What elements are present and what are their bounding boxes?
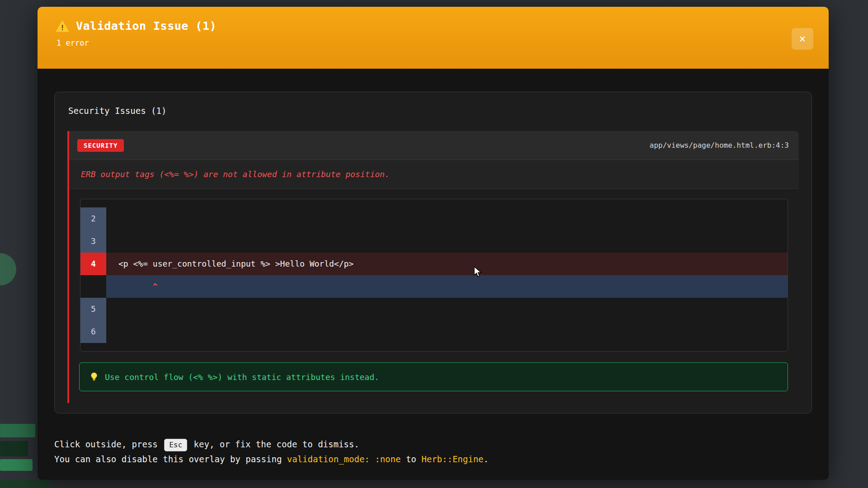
- line-number: 6: [80, 320, 106, 343]
- line-number: 3: [80, 230, 106, 253]
- panel-title: Security Issues (1): [68, 106, 799, 116]
- dismiss-instructions: Click outside, press Esc key, or fix the…: [54, 437, 812, 467]
- validation-overlay: Validation Issue (1) 1 error × Security …: [38, 7, 829, 480]
- warning-icon: [56, 20, 69, 32]
- caret-line: ^: [80, 275, 788, 298]
- line-number: 2: [80, 207, 106, 230]
- dismiss-text: key, or fix the code to dismiss.: [194, 439, 359, 449]
- line-number: 5: [80, 298, 106, 320]
- dismiss-text: to: [406, 454, 416, 464]
- dismiss-text: You can also disable this overlay by pas…: [54, 454, 282, 464]
- dismiss-line-2: You can also disable this overlay by pas…: [54, 452, 812, 467]
- background-artifact: [0, 480, 49, 488]
- code-line-highlighted: 4 <p <%= user_controlled_input %> >Hello…: [80, 253, 788, 275]
- dismiss-text: .: [484, 454, 489, 464]
- validation-mode-code: validation_mode: :none: [287, 454, 401, 464]
- caret-marker: ^: [106, 275, 788, 298]
- dismiss-line-1: Click outside, press Esc key, or fix the…: [54, 437, 812, 452]
- code-line: 5: [80, 298, 788, 320]
- background-artifact: [0, 424, 35, 437]
- background-artifact: [0, 441, 28, 456]
- issue-card: SECURITY app/views/page/home.html.erb:4:…: [67, 131, 799, 403]
- herb-engine-code: Herb::Engine: [421, 454, 483, 464]
- code-text: [106, 320, 788, 343]
- code-text: [106, 207, 788, 230]
- lightbulb-icon: [90, 372, 99, 382]
- file-location: app/views/page/home.html.erb:4:3: [650, 141, 789, 150]
- suggestion-text: Use control flow (<% %>) with static att…: [105, 372, 379, 382]
- close-button[interactable]: ×: [792, 28, 813, 50]
- error-count: 1 error: [57, 38, 811, 47]
- suggestion-box: Use control flow (<% %>) with static att…: [79, 362, 788, 391]
- background-artifact: [0, 253, 16, 286]
- error-message: ERB output tags (<%= %>) are not allowed…: [69, 160, 799, 189]
- line-number: [80, 275, 106, 298]
- code-line: 6: [80, 320, 788, 343]
- security-issues-panel: Security Issues (1) SECURITY app/views/p…: [54, 92, 812, 413]
- overlay-title: Validation Issue (1): [76, 19, 217, 33]
- esc-key: Esc: [164, 439, 187, 451]
- code-line: 3: [80, 230, 788, 253]
- security-badge: SECURITY: [77, 139, 124, 152]
- line-number: 4: [80, 253, 106, 275]
- code-text: [106, 230, 788, 253]
- code-snippet: 2 3 4 <p <%= user_controlled_input %> >H…: [80, 199, 788, 352]
- overlay-header: Validation Issue (1) 1 error ×: [38, 7, 829, 69]
- code-text: [106, 298, 788, 320]
- background-artifact: [0, 459, 33, 471]
- code-text: <p <%= user_controlled_input %> >Hello W…: [106, 253, 788, 275]
- dismiss-text: Click outside, press: [54, 439, 158, 449]
- code-line: 2: [80, 207, 788, 230]
- overlay-body: Security Issues (1) SECURITY app/views/p…: [38, 69, 829, 467]
- issue-header: SECURITY app/views/page/home.html.erb:4:…: [69, 131, 799, 160]
